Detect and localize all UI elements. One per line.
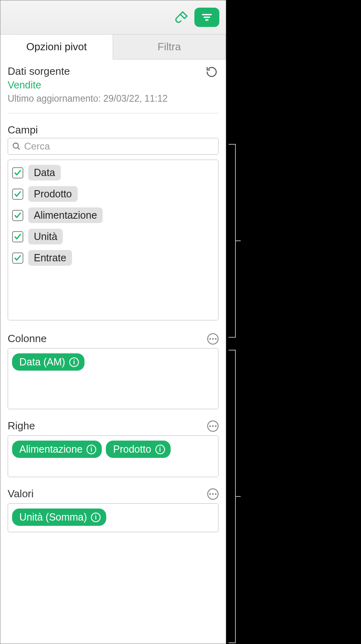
refresh-icon xyxy=(206,66,218,78)
source-data-link[interactable]: Vendite xyxy=(8,79,168,91)
row-field-pill[interactable]: Prodotto xyxy=(106,441,171,458)
source-data-title: Dati sorgente xyxy=(8,65,168,78)
more-icon xyxy=(209,493,217,495)
section-divider xyxy=(8,113,219,113)
values-title: Valori xyxy=(8,488,34,500)
panel-tabs: Opzioni pivot Filtra xyxy=(0,35,226,59)
pill-label: Unità (Somma) xyxy=(19,511,87,523)
fields-title: Campi xyxy=(8,124,219,136)
rows-title: Righe xyxy=(8,420,35,432)
field-checkbox[interactable] xyxy=(12,252,23,264)
source-last-update: Ultimo aggiornamento: 29/03/22, 11:12 xyxy=(8,93,168,104)
columns-header: Colonne xyxy=(8,332,219,345)
callout-bracket-fields xyxy=(229,144,236,338)
values-drop-zone[interactable]: Unità (Somma) xyxy=(8,503,219,532)
pivot-options-panel: Opzioni pivot Filtra Dati sorgente Vendi… xyxy=(0,0,226,644)
callout-area xyxy=(226,0,361,644)
info-icon[interactable] xyxy=(155,445,165,454)
check-icon xyxy=(14,233,22,241)
check-icon xyxy=(14,190,22,198)
row-field-pill[interactable]: Alimentazione xyxy=(12,441,102,458)
field-pill[interactable]: Prodotto xyxy=(28,186,78,202)
pill-label: Alimentazione xyxy=(19,443,83,455)
columns-drop-zone[interactable]: Data (AM) xyxy=(8,348,219,409)
fields-list: Data Prodotto Alimentazione Unità Entrat… xyxy=(8,160,219,320)
field-row: Prodotto xyxy=(12,186,214,202)
filter-lines-icon xyxy=(200,11,213,24)
fields-search-input[interactable] xyxy=(24,141,214,152)
source-data-section: Dati sorgente Vendite Ultimo aggiornamen… xyxy=(8,65,219,113)
field-checkbox[interactable] xyxy=(12,210,23,221)
info-icon[interactable] xyxy=(91,513,101,522)
pill-label: Prodotto xyxy=(113,443,151,455)
columns-title: Colonne xyxy=(8,332,47,345)
field-checkbox[interactable] xyxy=(12,189,23,200)
fields-search[interactable] xyxy=(8,138,219,155)
values-header: Valori xyxy=(8,488,219,500)
info-icon[interactable] xyxy=(87,445,96,454)
field-pill[interactable]: Data xyxy=(28,165,61,180)
search-icon xyxy=(12,142,21,151)
field-checkbox[interactable] xyxy=(12,231,23,242)
field-checkbox[interactable] xyxy=(12,167,23,178)
panel-mode-button[interactable] xyxy=(194,8,219,27)
paintbrush-icon xyxy=(174,10,189,25)
pill-label: Data (AM) xyxy=(19,356,65,368)
field-pill[interactable]: Entrate xyxy=(28,250,72,266)
field-row: Unità xyxy=(12,229,214,244)
svg-line-4 xyxy=(18,148,20,150)
rows-drop-zone[interactable]: Alimentazione Prodotto xyxy=(8,435,219,477)
field-row: Data xyxy=(12,165,214,180)
column-field-pill[interactable]: Data (AM) xyxy=(12,353,85,371)
values-more-button[interactable] xyxy=(207,488,219,500)
field-row: Entrate xyxy=(12,250,214,266)
format-brush-button[interactable] xyxy=(173,8,190,26)
check-icon xyxy=(14,211,22,219)
panel-toolbar xyxy=(0,0,226,35)
value-field-pill[interactable]: Unità (Somma) xyxy=(12,509,106,526)
field-pill[interactable]: Unità xyxy=(28,229,63,244)
tab-filter[interactable]: Filtra xyxy=(113,35,226,59)
columns-more-button[interactable] xyxy=(207,333,219,345)
field-row: Alimentazione xyxy=(12,207,214,223)
more-icon xyxy=(209,338,217,340)
tab-pivot-options[interactable]: Opzioni pivot xyxy=(0,35,113,59)
more-icon xyxy=(209,425,217,427)
panel-content: Dati sorgente Vendite Ultimo aggiornamen… xyxy=(0,59,226,644)
field-pill[interactable]: Alimentazione xyxy=(28,207,103,223)
callout-bracket-zones xyxy=(229,350,236,643)
check-icon xyxy=(14,254,22,262)
info-icon[interactable] xyxy=(69,357,79,367)
rows-more-button[interactable] xyxy=(207,420,219,432)
refresh-button[interactable] xyxy=(205,65,219,79)
rows-header: Righe xyxy=(8,420,219,432)
check-icon xyxy=(14,169,22,177)
